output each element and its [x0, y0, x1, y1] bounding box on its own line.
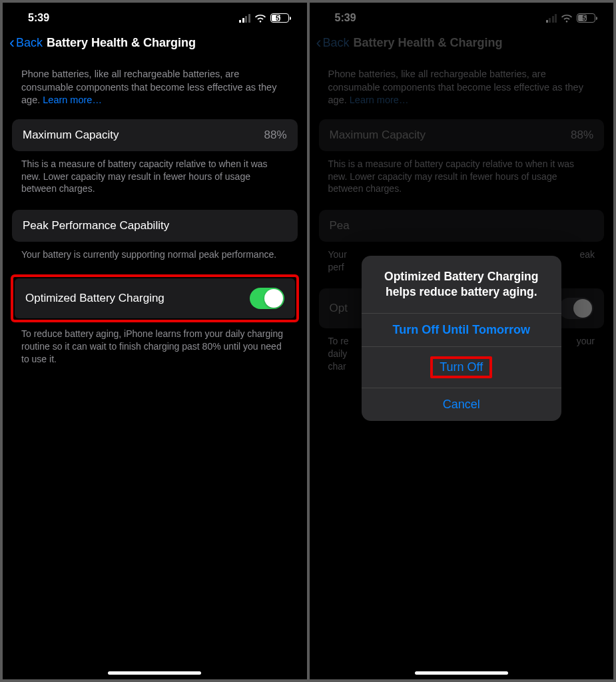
learn-more-link[interactable]: Learn more… — [43, 95, 102, 105]
max-capacity-value: 88% — [264, 129, 286, 142]
home-indicator[interactable] — [108, 671, 201, 675]
battery-icon: 51 — [270, 13, 291, 23]
home-indicator[interactable] — [415, 671, 508, 675]
intro-text: Phone batteries, like all rechargeable b… — [12, 59, 298, 119]
cellular-signal-icon — [239, 14, 250, 23]
cancel-button[interactable]: Cancel — [362, 388, 561, 421]
status-bar: 5:39 51 — [3, 3, 307, 27]
wifi-icon — [254, 14, 266, 23]
max-capacity-row[interactable]: Maximum Capacity 88% — [12, 119, 298, 151]
screenshot-right: 5:39 51 ‹ Back Battery Health & Charging — [310, 3, 614, 679]
max-capacity-label: Maximum Capacity — [23, 129, 119, 142]
optimized-charging-footer: To reduce battery aging, iPhone learns f… — [12, 321, 298, 380]
back-button[interactable]: ‹ Back — [9, 35, 43, 51]
optimized-charging-row[interactable]: Optimized Battery Charging — [15, 278, 295, 318]
optimized-charging-toggle[interactable] — [250, 288, 284, 309]
sheet-title: Optimized Battery Charging helps reduce … — [362, 256, 561, 313]
page-title: Battery Health & Charging — [47, 36, 196, 50]
peak-performance-label: Peak Performance Capability — [23, 219, 169, 232]
action-sheet: Optimized Battery Charging helps reduce … — [362, 256, 561, 421]
chevron-left-icon: ‹ — [9, 35, 15, 51]
highlight-turn-off: Turn Off — [430, 356, 492, 378]
turn-off-until-tomorrow-button[interactable]: Turn Off Until Tomorrow — [362, 313, 561, 346]
max-capacity-footer: This is a measure of battery capacity re… — [12, 151, 298, 210]
peak-performance-row[interactable]: Peak Performance Capability — [12, 210, 298, 242]
optimized-charging-label: Optimized Battery Charging — [25, 292, 164, 305]
turn-off-button[interactable]: Turn Off — [362, 346, 561, 388]
peak-performance-footer: Your battery is currently supporting nor… — [12, 242, 298, 276]
back-label: Back — [16, 36, 43, 50]
clock: 5:39 — [19, 12, 49, 24]
screenshot-left: 5:39 51 ‹ Back Battery Health & Charging — [3, 3, 307, 679]
nav-header: ‹ Back Battery Health & Charging — [3, 27, 307, 59]
highlight-optimized-row: Optimized Battery Charging — [11, 274, 299, 322]
